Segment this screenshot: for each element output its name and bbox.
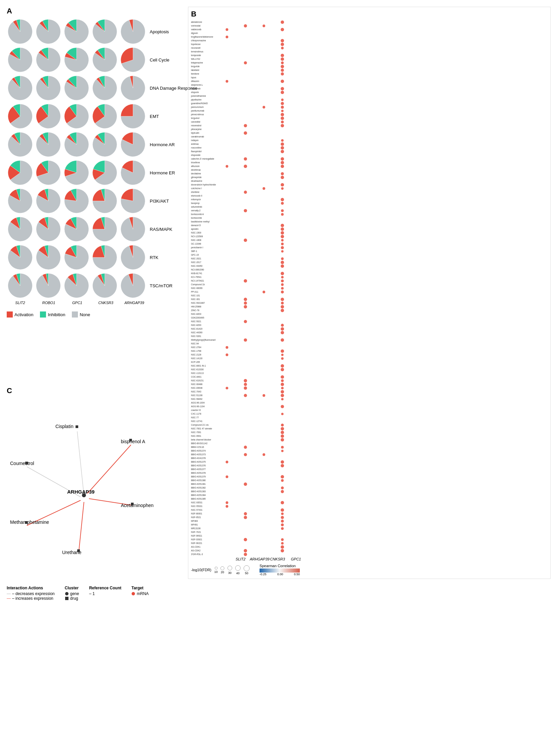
pie-cell — [63, 188, 90, 214]
dot-cell — [273, 453, 291, 456]
dot-cell — [273, 238, 291, 242]
dot-cell — [273, 127, 291, 131]
dot-cell — [236, 205, 254, 209]
pathway-label: TSC/mTOR — [150, 283, 173, 288]
dot-column-arhgap39 — [236, 20, 254, 556]
dot-cell — [273, 323, 291, 327]
dot-cell — [218, 423, 236, 427]
dot-cell — [236, 519, 254, 523]
dot-cell — [273, 161, 291, 164]
pie-cell — [7, 131, 33, 158]
dot-cell — [273, 334, 291, 338]
dot-cell — [273, 198, 291, 201]
drug-label: NSC-2021 — [191, 257, 217, 261]
drug-label: selumetinib — [191, 205, 217, 209]
svg-point-25 — [244, 338, 247, 342]
dot-cell — [236, 57, 254, 61]
drug-label: flavopiridol — [191, 149, 217, 153]
drug-label: Methyl(propyl)fluorouracil — [191, 338, 217, 342]
dot-cell — [218, 316, 236, 320]
drug-label: penicilamin I — [191, 246, 217, 249]
dot-cell — [273, 61, 291, 65]
dot-cell — [273, 412, 291, 416]
pie-row: Cell Cycle — [7, 46, 185, 73]
dot-cell — [218, 545, 236, 549]
svg-point-71 — [281, 161, 284, 164]
dot-cell — [236, 416, 254, 419]
dot-cell — [273, 353, 291, 357]
dot-cell — [273, 242, 291, 246]
dot-cell — [236, 467, 254, 471]
svg-point-126 — [281, 449, 283, 452]
drug-label: etoribine — [191, 190, 217, 194]
drug-label: polomethamine — [191, 94, 217, 98]
dot-cell — [273, 523, 291, 527]
panel-c-label: C — [7, 386, 185, 395]
svg-point-111 — [281, 375, 284, 379]
dot-cell — [218, 379, 236, 382]
svg-point-115 — [281, 390, 284, 393]
drug-label: Compound 1b — [191, 283, 217, 286]
drug-label: NSC-77 — [191, 416, 217, 419]
dot-cell — [254, 504, 273, 508]
dot-cell — [273, 275, 291, 279]
panel-a: A ApoptosisCell CycleDNA Damage Response… — [7, 7, 185, 318]
svg-point-91 — [281, 264, 284, 268]
dot-cell — [254, 327, 273, 331]
dot-cell — [254, 493, 273, 497]
dot-cell — [218, 179, 236, 183]
dot-cell — [273, 257, 291, 261]
drug-label: NSC-8293 — [191, 323, 217, 327]
dot-cell — [273, 172, 291, 175]
drug-label: pipotiazine — [191, 98, 217, 101]
dot-cell — [218, 187, 236, 190]
dot-cell — [273, 327, 291, 331]
dot-cell — [236, 453, 254, 456]
dot-cell — [236, 139, 254, 142]
dot-cell — [218, 290, 236, 294]
dot-cell — [254, 261, 273, 264]
dot-cell — [236, 28, 254, 31]
svg-point-58 — [281, 98, 283, 101]
dot-cell — [218, 194, 236, 198]
dot-cell — [254, 290, 273, 294]
pie-cell — [7, 216, 33, 243]
svg-point-103 — [281, 327, 284, 331]
size-legend: -log10(FDR) 1020304050 Spearman Correlat… — [191, 564, 548, 576]
drug-label: sarilumab — [191, 87, 217, 90]
gene-label: gene — [70, 591, 79, 596]
dot-cell — [236, 486, 254, 490]
dot-cell — [218, 212, 236, 216]
dot-cell — [236, 538, 254, 541]
drug-label: NCI-0891590 — [191, 268, 217, 271]
dot-cell — [236, 379, 254, 382]
dot-cell — [236, 135, 254, 139]
dot-cell — [273, 87, 291, 90]
svg-point-51 — [281, 61, 283, 64]
cluster-legend: Cluster gene drug — [65, 586, 79, 601]
dot-cell — [236, 390, 254, 393]
dot-cell — [254, 379, 273, 382]
drug-label: trioxifene — [191, 161, 217, 164]
dot-cell — [218, 131, 236, 135]
dot-cell — [236, 553, 254, 556]
drug-label: vorinostat — [191, 24, 217, 28]
dot-cell — [273, 39, 291, 42]
drug-label: BBIO-BVS01142 — [191, 441, 217, 445]
dot-cell — [273, 53, 291, 57]
dot-cell — [236, 198, 254, 201]
dot-cell — [254, 312, 273, 316]
dot-cell — [218, 286, 236, 290]
pie-row: RAS/MAPK — [7, 216, 185, 243]
dot-cell — [218, 382, 236, 386]
dot-cell — [273, 283, 291, 286]
dot-cell — [254, 309, 273, 312]
dot-cell — [254, 482, 273, 486]
dot-cell — [218, 527, 236, 530]
drug-label: NSC-2017 — [191, 261, 217, 264]
dot-cell — [218, 198, 236, 201]
svg-point-60 — [281, 105, 284, 108]
dot-cell — [273, 120, 291, 124]
drug-label: NSC-5021887 — [191, 301, 217, 305]
dot-cell — [236, 175, 254, 179]
